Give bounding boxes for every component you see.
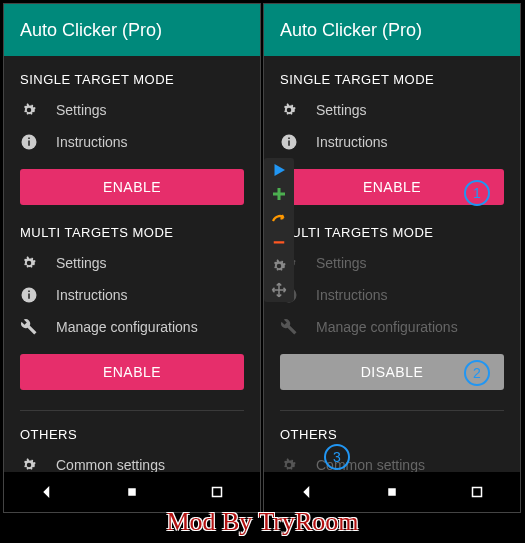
single-instructions-row[interactable]: Instructions: [20, 133, 244, 151]
svg-rect-5: [28, 291, 30, 293]
manage-label: Manage configurations: [316, 319, 458, 335]
appbar: Auto Clicker (Pro): [4, 4, 260, 56]
nav-home-icon[interactable]: [123, 483, 141, 501]
single-mode-title: SINGLE TARGET MODE: [20, 72, 244, 87]
annotation-1: 1: [464, 180, 490, 206]
instructions-label: Instructions: [316, 287, 388, 303]
nav-recent-icon[interactable]: [208, 483, 226, 501]
plus-icon[interactable]: [264, 182, 294, 206]
floating-toolbar[interactable]: [264, 158, 294, 302]
swipe-icon[interactable]: [264, 206, 294, 230]
instructions-label: Instructions: [316, 134, 388, 150]
manage-label: Manage configurations: [56, 319, 198, 335]
phone-left: Auto Clicker (Pro) SINGLE TARGET MODE Se…: [3, 3, 261, 513]
single-settings-row[interactable]: Settings: [280, 101, 504, 119]
nav-home-icon[interactable]: [383, 483, 401, 501]
divider: [20, 410, 244, 411]
others-title: OTHERS: [280, 427, 504, 442]
play-icon[interactable]: [264, 158, 294, 182]
svg-rect-1: [28, 141, 30, 146]
multi-enable-button[interactable]: ENABLE: [20, 354, 244, 390]
svg-rect-2: [28, 138, 30, 140]
multi-settings-row: Settings: [280, 254, 504, 272]
wrench-icon: [20, 318, 38, 336]
svg-rect-8: [128, 488, 136, 496]
svg-rect-4: [28, 294, 30, 299]
svg-rect-19: [273, 193, 285, 196]
svg-rect-20: [274, 241, 285, 243]
multi-instructions-row[interactable]: Instructions: [20, 286, 244, 304]
single-settings-row[interactable]: Settings: [20, 101, 244, 119]
instructions-label: Instructions: [56, 287, 128, 303]
gear-icon[interactable]: [264, 254, 294, 278]
svg-rect-12: [288, 138, 290, 140]
svg-rect-11: [288, 141, 290, 146]
phone-right: Auto Clicker (Pro) SINGLE TARGET MODE Se…: [263, 3, 521, 513]
settings-label: Settings: [316, 102, 367, 118]
multi-mode-title: MULTI TARGETS MODE: [280, 225, 504, 240]
nav-bar: [264, 472, 520, 512]
annotation-2: 2: [464, 360, 490, 386]
multi-settings-row[interactable]: Settings: [20, 254, 244, 272]
info-icon: [20, 286, 38, 304]
settings-label: Settings: [316, 255, 367, 271]
multi-mode-title: MULTI TARGETS MODE: [20, 225, 244, 240]
move-icon[interactable]: [264, 278, 294, 302]
nav-back-icon[interactable]: [298, 483, 316, 501]
single-enable-button[interactable]: ENABLE: [20, 169, 244, 205]
settings-label: Settings: [56, 102, 107, 118]
manage-config-row: Manage configurations: [280, 318, 504, 336]
gear-icon: [20, 101, 38, 119]
svg-rect-22: [473, 488, 482, 497]
multi-instructions-row: Instructions: [280, 286, 504, 304]
single-mode-title: SINGLE TARGET MODE: [280, 72, 504, 87]
instructions-label: Instructions: [56, 134, 128, 150]
nav-back-icon[interactable]: [38, 483, 56, 501]
gear-icon: [20, 254, 38, 272]
settings-label: Settings: [56, 255, 107, 271]
others-title: OTHERS: [20, 427, 244, 442]
common-label: Common settings: [56, 457, 165, 473]
info-icon: [20, 133, 38, 151]
info-icon: [280, 133, 298, 151]
divider: [280, 410, 504, 411]
svg-rect-9: [213, 488, 222, 497]
minus-icon[interactable]: [264, 230, 294, 254]
manage-config-row[interactable]: Manage configurations: [20, 318, 244, 336]
annotation-3: 3: [324, 444, 350, 470]
gear-icon: [280, 101, 298, 119]
appbar: Auto Clicker (Pro): [264, 4, 520, 56]
app-title: Auto Clicker (Pro): [280, 20, 422, 41]
wrench-icon: [280, 318, 298, 336]
app-title: Auto Clicker (Pro): [20, 20, 162, 41]
single-instructions-row[interactable]: Instructions: [280, 133, 504, 151]
nav-bar: [4, 472, 260, 512]
nav-recent-icon[interactable]: [468, 483, 486, 501]
svg-rect-21: [388, 488, 396, 496]
